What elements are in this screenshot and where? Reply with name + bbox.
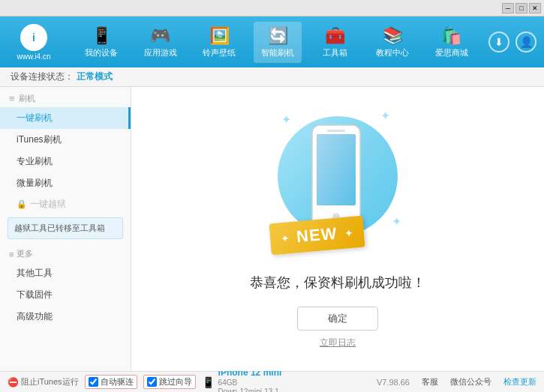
my-device-icon: 📱 (92, 26, 112, 46)
logo-area: i www.i4.cn (8, 24, 60, 61)
ai-mall-icon: 🛍️ (441, 26, 461, 46)
ringtone-icon: 🖼️ (209, 26, 230, 46)
logo-symbol: i (32, 31, 35, 43)
header-right-buttons: ⬇ 👤 (488, 31, 536, 52)
itunes-flash-label: iTunes刷机 (17, 134, 62, 145)
nav-tutorial-label: 教程中心 (376, 47, 409, 58)
title-bar: ─ □ ✕ (0, 0, 544, 16)
maximize-button[interactable]: □ (515, 3, 527, 13)
stop-itunes-label: 阻止iTunes运行 (21, 376, 79, 388)
footer-checkboxes: 自动驱连 跳过向导 (85, 375, 196, 389)
footer-left: ⛔ 阻止iTunes运行 自动驱连 跳过向导 📱 iPhone 12 mini … (8, 367, 377, 392)
more-section-label: 更多 (17, 248, 33, 259)
nav-ringtone-wallpaper[interactable]: 🖼️ 铃声壁纸 (195, 22, 243, 63)
sparkle-2: ✦ (380, 109, 390, 123)
phone-svg (306, 124, 366, 229)
tutorial-icon: 📚 (383, 26, 403, 46)
skip-wizard-label[interactable]: 跳过向导 (159, 376, 192, 388)
nav-smart-flash-label: 智能刷机 (261, 47, 294, 58)
jailbreak-label: 一键越狱 (30, 198, 66, 211)
phone-illustration: NEW ✦ ✦ ✦ (263, 109, 413, 259)
nav-bar: 📱 我的设备 🎮 应用游戏 🖼️ 铃声壁纸 🔄 智能刷机 🧰 工具箱 📚 教程中… (72, 22, 481, 63)
auto-connect-label[interactable]: 自动驱连 (101, 376, 134, 388)
footer-right: V7.98.66 客服 微信公众号 检查更新 (377, 376, 536, 388)
nav-toolbox-label: 工具箱 (323, 47, 347, 58)
download-button[interactable]: ⬇ (488, 31, 509, 52)
stop-icon: ⛔ (8, 377, 19, 388)
go-today-link[interactable]: 立即日志 (320, 337, 356, 349)
more-section-icon: ≡ (9, 250, 14, 259)
nav-smart-flash[interactable]: 🔄 智能刷机 (254, 22, 302, 63)
skip-wizard-checkbox-item: 跳过向导 (143, 375, 196, 389)
sidebar-item-itunes-flash[interactable]: iTunes刷机 (0, 129, 131, 151)
success-text: 恭喜您，保资料刷机成功啦！ (250, 274, 425, 292)
new-badge-text: NEW (296, 224, 338, 247)
sidebar-section-flash: ≡ 刷机 (0, 87, 131, 107)
apps-games-icon: 🎮 (150, 26, 170, 46)
sidebar-item-download-firmware[interactable]: 下载固件 (0, 284, 131, 306)
stop-itunes-control[interactable]: ⛔ 阻止iTunes运行 (8, 376, 79, 388)
version-text: V7.98.66 (377, 378, 410, 387)
lock-icon: 🔒 (17, 199, 27, 209)
wechat-public-link[interactable]: 微信公众号 (450, 376, 491, 388)
device-icon: 📱 (202, 376, 215, 388)
nav-my-device[interactable]: 📱 我的设备 (77, 22, 125, 63)
content-area: NEW ✦ ✦ ✦ 恭喜您，保资料刷机成功啦！ 确定 立即日志 (131, 87, 544, 371)
notice-text: 越狱工具已转移至工具箱 (14, 223, 105, 232)
nav-ringtone-label: 铃声壁纸 (203, 47, 236, 58)
confirm-button[interactable]: 确定 (297, 307, 378, 331)
sidebar-item-advanced[interactable]: 高级功能 (0, 306, 131, 328)
sidebar: ≡ 刷机 一键刷机 iTunes刷机 专业刷机 微量刷机 🔒 一键越狱 越狱工具… (0, 87, 131, 371)
footer-device-info: 📱 iPhone 12 mini 64GB Down-12mini-13.1 (202, 367, 282, 392)
sidebar-jailbreak-locked: 🔒 一键越狱 (0, 194, 131, 214)
logo-text: www.i4.cn (17, 52, 50, 61)
download-firmware-label: 下载固件 (17, 289, 53, 300)
sidebar-item-one-click-flash[interactable]: 一键刷机 (0, 107, 131, 129)
main-content: ≡ 刷机 一键刷机 iTunes刷机 专业刷机 微量刷机 🔒 一键越狱 越狱工具… (0, 87, 544, 371)
flash-section-label: 刷机 (19, 93, 35, 104)
status-bar: 设备连接状态： 正常模式 (0, 67, 544, 87)
auto-connect-checkbox[interactable] (89, 377, 98, 387)
device-model: Down-12mini-13.1 (218, 388, 282, 392)
header: i www.i4.cn 📱 我的设备 🎮 应用游戏 🖼️ 铃声壁纸 🔄 智能刷机… (0, 16, 544, 67)
status-label: 设备连接状态： (11, 70, 74, 83)
minimize-button[interactable]: ─ (502, 3, 514, 13)
status-value: 正常模式 (77, 70, 113, 83)
nav-tutorial[interactable]: 📚 教程中心 (368, 22, 416, 63)
close-button[interactable]: ✕ (529, 3, 541, 13)
nav-ai-mall-label: 爱思商城 (435, 47, 468, 58)
window-controls[interactable]: ─ □ ✕ (502, 3, 541, 13)
auto-connect-checkbox-item: 自动驱连 (85, 375, 137, 389)
smart-flash-icon: 🔄 (268, 26, 288, 46)
sidebar-section-more: ≡ 更多 (0, 242, 131, 262)
svg-rect-4 (327, 130, 345, 132)
logo-icon: i (20, 24, 47, 51)
sidebar-item-micro-flash[interactable]: 微量刷机 (0, 172, 131, 194)
sidebar-notice: 越狱工具已转移至工具箱 (8, 217, 123, 239)
pro-flash-label: 专业刷机 (17, 156, 53, 166)
nav-apps-games-label: 应用游戏 (144, 47, 177, 58)
sparkle-1: ✦ (281, 112, 291, 127)
device-storage: 64GB (218, 379, 282, 388)
footer: ⛔ 阻止iTunes运行 自动驱连 跳过向导 📱 iPhone 12 mini … (0, 371, 544, 392)
customer-service-link[interactable]: 客服 (422, 376, 438, 388)
one-click-flash-label: 一键刷机 (17, 112, 53, 123)
other-tools-label: 其他工具 (17, 268, 53, 278)
toolbox-icon: 🧰 (325, 26, 345, 46)
nav-toolbox[interactable]: 🧰 工具箱 (313, 22, 358, 63)
check-update-link[interactable]: 检查更新 (503, 376, 536, 388)
device-details: iPhone 12 mini 64GB Down-12mini-13.1 (218, 367, 282, 392)
flash-section-icon: ≡ (9, 93, 15, 104)
user-button[interactable]: 👤 (515, 31, 536, 52)
micro-flash-label: 微量刷机 (17, 178, 53, 188)
skip-wizard-checkbox[interactable] (147, 377, 157, 387)
nav-apps-games[interactable]: 🎮 应用游戏 (137, 22, 185, 63)
nav-ai-mall[interactable]: 🛍️ 爱思商城 (428, 22, 476, 63)
sidebar-item-pro-flash[interactable]: 专业刷机 (0, 151, 131, 172)
svg-rect-2 (317, 134, 356, 205)
advanced-label: 高级功能 (17, 311, 53, 322)
sparkle-3: ✦ (392, 214, 401, 229)
sidebar-item-other-tools[interactable]: 其他工具 (0, 262, 131, 284)
nav-my-device-label: 我的设备 (85, 47, 118, 58)
new-badge: NEW (269, 216, 365, 256)
